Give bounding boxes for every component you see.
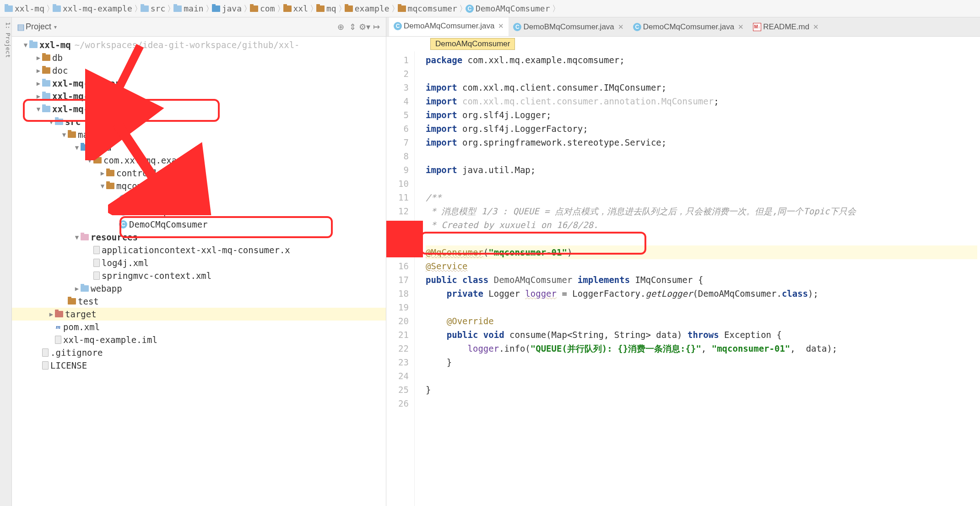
tree-node[interactable]: DemoBMqComsumer <box>12 205 386 218</box>
breadcrumb-item[interactable]: mq <box>314 4 338 13</box>
tree-node[interactable]: ▶xxl-mq-client <box>12 90 386 103</box>
breadcrumb-item[interactable]: DemoAMqComsumer <box>464 4 552 13</box>
tree-node[interactable]: ▼xxl-mq-example <box>12 103 386 115</box>
expand-arrow-icon[interactable]: ▶ <box>35 92 42 100</box>
file-m-icon: m <box>55 323 61 331</box>
editor-tab[interactable]: DemoCMqComsumer.java✕ <box>628 17 748 36</box>
folder-pink-icon <box>81 234 89 240</box>
line-number: 2 <box>386 67 409 81</box>
tool-window-strip[interactable]: 1: Project <box>0 17 12 506</box>
editor-tab[interactable]: DemoBMqComsumer.java✕ <box>509 17 628 36</box>
close-icon[interactable]: ✕ <box>813 23 819 31</box>
expand-arrow-icon[interactable]: ▶ <box>35 80 42 87</box>
expand-arrow-icon[interactable]: ▼ <box>48 118 55 125</box>
nav-pill[interactable]: DemoAMqComsumer <box>430 38 515 50</box>
breadcrumb-item[interactable]: java <box>210 4 244 13</box>
class-icon <box>394 22 402 30</box>
close-icon[interactable]: ✕ <box>738 23 744 31</box>
expand-arrow-icon[interactable]: ▼ <box>73 144 81 151</box>
tree-node[interactable]: ▼mqcomsumer <box>12 180 386 192</box>
tree-node-label: log4j.xml <box>102 258 149 268</box>
tree-node-label: xxl-mq-client <box>52 91 120 101</box>
expand-arrow-icon[interactable]: ▶ <box>35 54 42 61</box>
expand-arrow-icon[interactable]: ▶ <box>99 169 106 177</box>
breadcrumb-item[interactable]: main <box>172 4 205 13</box>
code-area[interactable]: 1234567891011121314151617181920212223242… <box>386 51 980 506</box>
tree-node-label: pom.xml <box>63 322 100 332</box>
chevron-down-icon[interactable]: ▾ <box>54 24 57 30</box>
tree-node[interactable]: ▶db <box>12 51 386 64</box>
tree-node[interactable]: ▶xxl-mq-broker <box>12 77 386 90</box>
line-number: 17 <box>386 273 409 287</box>
line-number: 1 <box>386 53 409 67</box>
code[interactable]: package com.xxl.mq.example.mqcomsumer;im… <box>423 51 980 506</box>
expand-arrow-icon[interactable]: ▶ <box>48 310 55 318</box>
tree-node-label: db <box>52 53 63 63</box>
breadcrumb-item[interactable]: src <box>139 4 168 13</box>
line-number: 15 <box>386 245 409 259</box>
breadcrumb-item[interactable]: xxl-mq-example <box>51 4 134 13</box>
expand-arrow-icon[interactable]: ▶ <box>35 67 42 74</box>
hide-icon[interactable]: ↦ <box>370 22 382 32</box>
chevron-right-icon: 〉 <box>244 3 248 14</box>
tree-node[interactable]: ▶doc <box>12 64 386 77</box>
tree-node[interactable]: test <box>12 295 386 308</box>
tree-node[interactable]: DemoCMqComsumer <box>12 218 386 231</box>
tree-node[interactable]: DemoAMqComsumer <box>12 192 386 205</box>
gutter: 1234567891011121314151617181920212223242… <box>386 51 415 506</box>
locate-icon[interactable]: ⊕ <box>335 22 347 32</box>
tree-node-label: .gitignore <box>50 348 103 358</box>
tree-node[interactable]: ▼java <box>12 141 386 154</box>
tree-node[interactable]: LICENSE <box>12 359 386 372</box>
editor-tab[interactable]: DemoAMqComsumer.java✕ <box>389 17 509 36</box>
expand-arrow-icon[interactable]: ▼ <box>99 182 106 190</box>
tree-node[interactable]: ▼main <box>12 128 386 141</box>
collapse-icon[interactable]: ⇕ <box>347 22 358 32</box>
tree-node-label: xxl-mq-broker <box>52 78 120 88</box>
tree-node[interactable]: ▼resources <box>12 231 386 244</box>
tree-node[interactable]: ▶webapp <box>12 282 386 295</box>
project-tree[interactable]: ▼ xxl-mq ~/workspaces/idea-git-workspace… <box>12 37 386 506</box>
gear-icon[interactable]: ⚙▾ <box>358 22 370 32</box>
close-icon[interactable]: ✕ <box>498 22 504 30</box>
tree-root[interactable]: ▼ xxl-mq ~/workspaces/idea-git-workspace… <box>12 38 386 51</box>
tree-node[interactable]: applicationcontext-xxl-mq-consumer.x <box>12 244 386 256</box>
tree-node[interactable]: ▶controller <box>12 167 386 180</box>
breadcrumb-item[interactable]: example <box>343 4 391 13</box>
breadcrumb-item[interactable]: com <box>248 4 277 13</box>
expand-arrow-icon[interactable]: ▼ <box>86 157 93 164</box>
class-icon <box>119 207 127 216</box>
folder-blue-icon <box>42 106 50 112</box>
tree-node[interactable]: xxl-mq-example.iml <box>12 333 386 346</box>
line-number: 4 <box>386 94 409 108</box>
tab-label: README.md <box>763 22 809 32</box>
tree-node-label: controller <box>116 168 168 178</box>
tree-node[interactable]: ▶target <box>12 308 386 321</box>
tree-node-label: com.xxl.mq.example <box>103 155 198 165</box>
tree-node[interactable]: log4j.xml <box>12 256 386 269</box>
tree-node-label: doc <box>52 65 68 76</box>
class-icon <box>633 23 641 31</box>
chevron-right-icon: 〉 <box>167 3 172 14</box>
expand-arrow-icon[interactable]: ▼ <box>60 131 68 138</box>
folder-blue-icon <box>42 93 50 99</box>
line-number: 23 <box>386 355 409 369</box>
editor-tab[interactable]: README.md✕ <box>748 17 823 36</box>
close-icon[interactable]: ✕ <box>618 23 624 31</box>
tree-node[interactable]: ▼com.xxl.mq.example <box>12 154 386 167</box>
tree-node[interactable]: springmvc-context.xml <box>12 269 386 282</box>
breadcrumb-item[interactable]: xxl-mq <box>3 4 46 13</box>
expand-arrow-icon[interactable]: ▶ <box>73 285 81 292</box>
line-number: 7 <box>386 136 409 149</box>
line-number: 12 <box>386 204 409 218</box>
expand-arrow-icon[interactable]: ▼ <box>35 105 42 113</box>
breadcrumb-item[interactable]: mqcomsumer <box>396 4 459 13</box>
tree-node[interactable]: .gitignore <box>12 346 386 359</box>
expand-arrow-icon[interactable]: ▼ <box>73 234 81 241</box>
breadcrumb-item[interactable]: xxl <box>282 4 310 13</box>
tree-node[interactable]: mpom.xml <box>12 321 386 333</box>
folder-source-icon <box>212 5 220 12</box>
tree-node[interactable]: ▼src <box>12 115 386 128</box>
line-number: 26 <box>386 397 409 410</box>
project-panel-title[interactable]: Project <box>26 22 51 32</box>
